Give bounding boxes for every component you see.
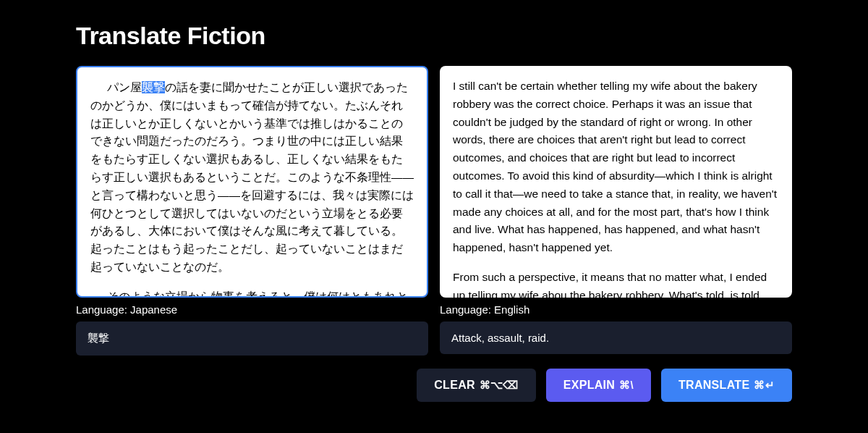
explain-shortcut: ⌘\ xyxy=(619,379,634,392)
spellcheck-underline: abou xyxy=(542,289,566,298)
translate-button[interactable]: TRANSLATE ⌘↵ xyxy=(661,369,792,402)
source-language-label: Language: Japanese xyxy=(76,303,428,316)
clear-button-label: CLEAR xyxy=(434,379,475,392)
source-vocab-box[interactable]: 襲撃 xyxy=(76,321,428,356)
target-language-label: Language: English xyxy=(440,303,792,316)
source-text-suffix: の話を妻に聞かせたことが正しい選択であったのかどうか、僕にはいまもって確信が持て… xyxy=(90,81,414,273)
translation-panels: パン屋襲撃の話を妻に聞かせたことが正しい選択であったのかどうか、僕にはいまもって… xyxy=(76,66,792,356)
page-title: Translate Fiction xyxy=(76,22,792,50)
highlighted-word: 襲撃 xyxy=(142,81,165,93)
translate-shortcut: ⌘↵ xyxy=(754,379,775,392)
explain-button[interactable]: EXPLAIN ⌘\ xyxy=(546,369,651,402)
clear-shortcut: ⌘⌥⌫ xyxy=(480,379,519,392)
source-paragraph-1: パン屋襲撃の話を妻に聞かせたことが正しい選択であったのかどうか、僕にはいまもって… xyxy=(90,79,414,277)
target-panel: I still can't be certain whether telling… xyxy=(440,66,792,356)
source-text-prefix: パン屋 xyxy=(107,81,142,93)
source-panel: パン屋襲撃の話を妻に聞かせたことが正しい選択であったのかどうか、僕にはいまもって… xyxy=(76,66,428,356)
target-paragraph-1: I still can't be certain whether telling… xyxy=(453,77,779,257)
target-text-box[interactable]: I still can't be certain whether telling… xyxy=(440,66,792,298)
source-text-box[interactable]: パン屋襲撃の話を妻に聞かせたことが正しい選択であったのかどうか、僕にはいまもって… xyxy=(76,66,428,298)
explain-button-label: EXPLAIN xyxy=(563,379,615,392)
target-paragraph-2: From such a perspective, it means that n… xyxy=(453,269,779,298)
translate-button-label: TRANSLATE xyxy=(678,379,749,392)
action-buttons: CLEAR ⌘⌥⌫ EXPLAIN ⌘\ TRANSLATE ⌘↵ xyxy=(76,369,792,402)
target-vocab-box[interactable]: Attack, assault, raid. xyxy=(440,321,792,354)
clear-button[interactable]: CLEAR ⌘⌥⌫ xyxy=(417,369,536,402)
source-paragraph-2: そのような立場から物事を考えると、僕は何はともあれとにかく妻にパン屋襲撃のことを… xyxy=(90,288,414,298)
